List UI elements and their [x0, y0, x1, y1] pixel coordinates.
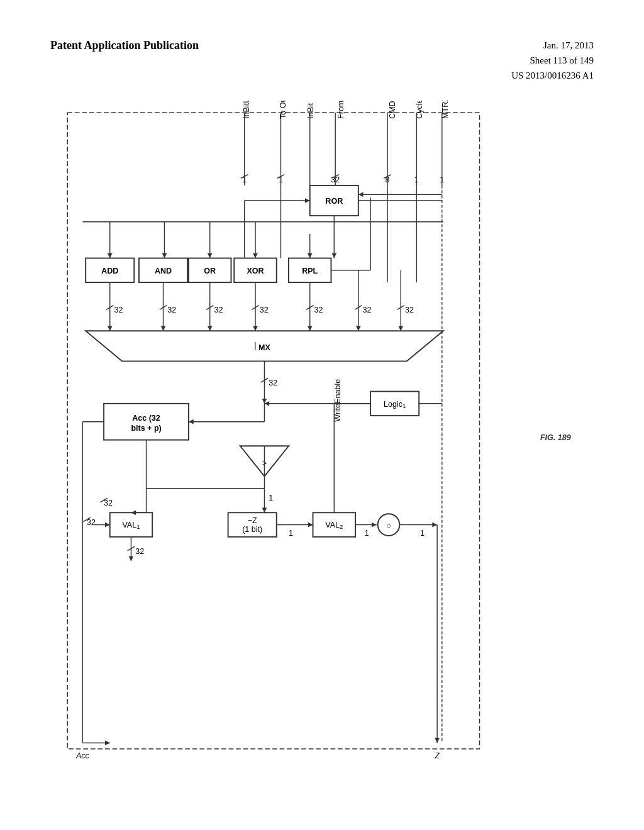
svg-text:Acc: Acc [75, 751, 90, 760]
svg-text:32: 32 [260, 306, 269, 314]
svg-marker-70 [161, 326, 166, 331]
svg-text:○: ○ [386, 521, 391, 530]
svg-text:32: 32 [314, 306, 323, 314]
svg-marker-45 [162, 253, 167, 258]
svg-marker-144 [372, 523, 377, 528]
svg-text:−Z: −Z [248, 516, 257, 525]
svg-text:|: | [254, 341, 256, 350]
svg-marker-125 [129, 556, 134, 562]
svg-text:InBit: InBit [306, 102, 315, 119]
svg-text:CMD: CMD [388, 101, 397, 119]
svg-text:Acc (32: Acc (32 [132, 414, 160, 423]
svg-marker-28 [305, 198, 310, 203]
svg-text:(1 bit): (1 bit) [242, 525, 262, 534]
svg-marker-90 [398, 326, 403, 331]
circuit-diagram: InBitUsed 1 To OutBit 1 InBit From MU 32… [38, 101, 606, 767]
svg-text:To OutBit: To OutBit [279, 101, 287, 119]
svg-text:1: 1 [364, 529, 369, 538]
svg-text:OR: OR [204, 267, 216, 275]
svg-marker-159 [435, 738, 440, 743]
svg-text:32: 32 [114, 306, 123, 314]
svg-text:MTRZ: MTRZ [441, 101, 450, 119]
svg-text:From MU: From MU [336, 101, 345, 119]
publication-info: Jan. 17, 2013 Sheet 113 of 149 US 2013/0… [511, 38, 594, 83]
svg-text:ROR: ROR [325, 197, 343, 206]
svg-text:InBitUsed: InBitUsed [242, 101, 251, 119]
svg-text:1: 1 [269, 494, 273, 502]
svg-text:32: 32 [269, 379, 277, 387]
svg-text:32: 32 [363, 306, 372, 314]
svg-marker-136 [262, 508, 267, 513]
svg-marker-47 [208, 253, 213, 258]
svg-text:Z: Z [434, 751, 440, 760]
svg-marker-130 [105, 523, 110, 528]
svg-text:1: 1 [289, 529, 293, 538]
svg-marker-74 [208, 326, 213, 331]
svg-text:AND: AND [155, 267, 172, 275]
svg-text:32: 32 [167, 306, 176, 314]
svg-marker-49 [253, 253, 258, 258]
svg-text:XOR: XOR [247, 267, 264, 275]
svg-text:RPL: RPL [302, 267, 318, 275]
svg-text:FIG. 189: FIG. 189 [540, 433, 571, 442]
svg-marker-43 [108, 253, 113, 258]
svg-marker-82 [308, 326, 313, 331]
svg-text:WriteEnable: WriteEnable [333, 379, 342, 422]
svg-text:bits + p): bits + p) [131, 424, 161, 433]
svg-text:32: 32 [214, 306, 223, 314]
svg-marker-34 [358, 192, 364, 197]
svg-marker-105 [189, 419, 194, 424]
svg-text:32: 32 [135, 547, 144, 556]
svg-marker-51 [308, 253, 313, 258]
publication-title: Patent Application Publication [50, 38, 199, 53]
page-header: Patent Application Publication Jan. 17, … [50, 38, 594, 83]
svg-text:1: 1 [420, 529, 425, 538]
svg-marker-86 [356, 326, 361, 331]
svg-marker-66 [108, 326, 113, 331]
svg-marker-156 [105, 741, 110, 746]
svg-marker-149 [432, 523, 437, 528]
svg-marker-78 [253, 326, 258, 331]
svg-text:32: 32 [405, 306, 414, 314]
svg-marker-39 [331, 253, 336, 258]
svg-text:MX: MX [258, 343, 270, 352]
svg-marker-139 [308, 523, 313, 528]
svg-text:ADD: ADD [101, 267, 118, 275]
